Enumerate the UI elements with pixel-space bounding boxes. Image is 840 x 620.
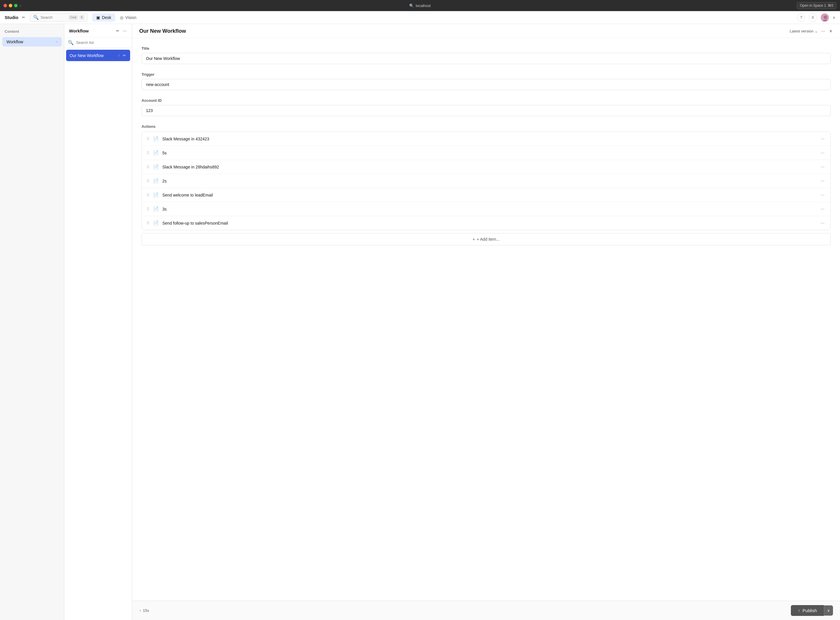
help-button[interactable]: ?: [797, 14, 805, 22]
content-more-button[interactable]: ⋯: [821, 29, 826, 34]
tab-vision[interactable]: ◎ Vision: [116, 14, 140, 22]
notification-badge[interactable]: 0: [809, 14, 817, 22]
titlebar-right: Open in Space 1 ⌘0: [797, 2, 837, 9]
action-more-button[interactable]: ⋯: [819, 192, 826, 198]
list-item-edit-button[interactable]: ✏: [122, 53, 126, 58]
action-item: ⠿ 📄 2s ⋯: [142, 174, 830, 188]
panel-more-button[interactable]: ⋯: [122, 28, 127, 34]
close-traffic-light[interactable]: [3, 4, 7, 7]
panel-header: Workflow ✏ ⋯: [64, 24, 132, 38]
action-more-button[interactable]: ⋯: [819, 206, 826, 212]
list-item-pin-button[interactable]: ↑: [117, 53, 120, 58]
content-area: Our New Workflow Latest version ⌄ ⋯ ✕ Ti…: [132, 24, 840, 620]
action-more-button[interactable]: ⋯: [819, 220, 826, 226]
panel-edit-icon: ✏: [116, 29, 119, 33]
list-item-our-new-workflow[interactable]: Our New Workflow ↑ ✏: [66, 50, 130, 61]
vision-icon: ◎: [120, 15, 123, 20]
action-more-button[interactable]: ⋯: [819, 178, 826, 184]
doc-icon: 📄: [153, 178, 159, 184]
action-item: ⠿ 📄 Send welcome to leadEmail ⋯: [142, 188, 830, 202]
nav-search-input[interactable]: [41, 15, 67, 20]
panel-search-icon: 🔍: [68, 40, 74, 45]
version-selector-button[interactable]: Latest version ⌄: [790, 29, 818, 33]
panel-edit-button[interactable]: ✏: [116, 28, 120, 34]
nav-tabs: ▣ Desk ◎ Vision: [92, 14, 140, 22]
doc-icon: 📄: [153, 220, 159, 226]
action-more-button[interactable]: ⋯: [819, 150, 826, 156]
tab-desk-label: Desk: [102, 15, 111, 20]
drag-handle-icon[interactable]: ⠿: [146, 137, 149, 141]
drag-handle-icon[interactable]: ⠿: [146, 221, 149, 226]
footer-left: ↑ 15s: [139, 608, 149, 613]
open-space-label: Open in Space 1: [800, 3, 826, 8]
action-text: Send follow-up to salesPersonEmail: [162, 221, 816, 226]
doc-icon: 📄: [153, 192, 159, 198]
title-input[interactable]: [142, 53, 831, 64]
drag-handle-icon[interactable]: ⠿: [146, 165, 149, 169]
minimize-traffic-light[interactable]: [9, 4, 12, 7]
action-item: ⠿ 📄 Slack Message in 28hdaihs892 ⋯: [142, 160, 830, 174]
maximize-traffic-light[interactable]: [14, 4, 18, 7]
search-shortcut-key: K: [80, 15, 84, 20]
trigger-group: Trigger: [142, 72, 831, 90]
trigger-input[interactable]: [142, 79, 831, 90]
sidebar-header: Content: [0, 27, 64, 36]
doc-icon: 📄: [153, 164, 159, 170]
actions-group: Actions ⠿ 📄 Slack Message in 432423 ⋯ ⠿ …: [142, 124, 831, 245]
sidebar-item-workflow[interactable]: Workflow ›: [2, 37, 62, 47]
content-title: Our New Workflow: [139, 28, 186, 34]
doc-icon: 📄: [153, 206, 159, 212]
panel-search-input[interactable]: [76, 41, 128, 45]
title-label: Title: [142, 46, 831, 51]
tab-desk[interactable]: ▣ Desk: [92, 14, 115, 22]
chevron-right-icon: ›: [56, 40, 58, 44]
back-button[interactable]: ‹: [20, 3, 21, 8]
panel-header-actions: ✏ ⋯: [116, 28, 127, 34]
footer-duration: 15s: [143, 608, 149, 613]
content-footer: ↑ 15s ↑ Publish ∨: [132, 601, 840, 620]
panel-title: Workflow: [69, 29, 89, 33]
add-item-button[interactable]: + + Add item...: [142, 233, 831, 245]
drag-handle-icon[interactable]: ⠿: [146, 179, 149, 184]
content-close-button[interactable]: ✕: [829, 29, 833, 34]
panel-more-icon: ⋯: [123, 29, 126, 33]
form-body: Title Trigger Account ID Actions ⠿ 📄 Sla…: [132, 38, 840, 601]
studio-label: Studio: [5, 15, 18, 20]
publish-chevron-button[interactable]: ∨: [824, 605, 833, 615]
sidebar-item-workflow-left: Workflow: [6, 39, 23, 44]
action-item: ⠿ 📄 3s ⋯: [142, 202, 830, 216]
account-id-input[interactable]: [142, 105, 831, 116]
avatar-chevron-button[interactable]: ∨: [833, 15, 835, 20]
action-text: 3s: [162, 207, 816, 211]
drag-handle-icon[interactable]: ⠿: [146, 193, 149, 197]
action-more-button[interactable]: ⋯: [819, 136, 826, 141]
open-space-button[interactable]: Open in Space 1 ⌘0: [797, 2, 837, 9]
main-layout: Content Workflow › Workflow ✏ ⋯ 🔍: [0, 24, 840, 620]
chevron-down-icon: ∨: [833, 15, 835, 20]
sidebar: Content Workflow ›: [0, 24, 64, 620]
nav-search[interactable]: 🔍 Cmd K: [30, 13, 88, 22]
drag-handle-icon[interactable]: ⠿: [146, 150, 149, 155]
version-label: Latest version: [790, 29, 813, 33]
footer-up-icon: ↑: [139, 608, 141, 613]
studio-edit-button[interactable]: ✏: [21, 14, 26, 21]
open-space-shortcut: ⌘0: [828, 3, 833, 8]
action-more-button[interactable]: ⋯: [819, 164, 826, 170]
actions-label: Actions: [142, 124, 831, 129]
action-text: Slack Message in 432423: [162, 137, 816, 141]
drag-handle-icon[interactable]: ⠿: [146, 207, 149, 211]
publish-label: Publish: [802, 608, 817, 613]
avatar[interactable]: [820, 13, 829, 22]
content-header-right: Latest version ⌄ ⋯ ✕: [790, 29, 833, 34]
svg-point-1: [823, 15, 827, 19]
account-id-label: Account ID: [142, 98, 831, 103]
traffic-lights: [3, 4, 18, 7]
publish-button[interactable]: ↑ Publish: [791, 605, 824, 616]
action-text: 5s: [162, 150, 816, 155]
version-chevron-icon: ⌄: [814, 29, 818, 33]
nav-search-icon: 🔍: [33, 15, 39, 20]
edit-icon: ✏: [22, 15, 25, 20]
titlebar-url: 🔍 localhost: [409, 3, 431, 8]
url-text: localhost: [415, 3, 431, 8]
tab-vision-label: Vision: [125, 15, 136, 20]
